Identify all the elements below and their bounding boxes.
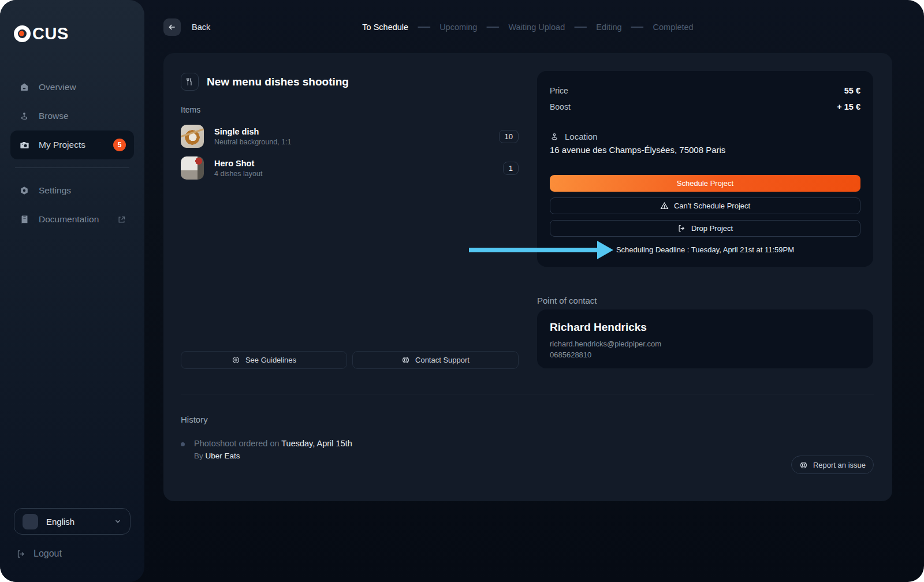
contact-support-label: Contact Support [415,356,470,364]
step-separator [418,27,430,28]
logo-text: CUS [32,25,69,42]
exit-icon [677,224,686,233]
item-name: Hero Shot [214,159,262,168]
lifebuoy-icon [799,461,808,469]
location-label: Location [565,132,598,141]
step-editing[interactable]: Editing [596,23,621,32]
location-pin-icon [550,132,559,141]
language-flag [23,514,38,529]
step-separator [574,27,587,28]
items-section-label: Items [181,105,200,114]
project-title: New menu dishes shooting [207,76,349,88]
location-address: 16 avenue des Champs-Élysées, 75008 Pari… [550,145,725,155]
item-thumbnail [181,125,204,148]
sidebar-item-my-projects[interactable]: My Projects 5 [10,130,134,159]
contact-phone: 0685628810 [550,350,860,359]
topbar: Back To Schedule Upcoming Waiting Upload… [163,18,892,36]
home-icon [18,82,30,92]
projects-count-badge: 5 [113,139,126,151]
contact-name: Richard Hendricks [550,321,860,334]
step-upcoming[interactable]: Upcoming [439,23,477,32]
summary-panel: Price 55 € Boost + 15 € Location 16 aven… [537,71,873,267]
history-event-text: Photoshoot ordered on [194,439,281,448]
book-icon [18,215,30,225]
cant-schedule-project-label: Can’t Schedule Project [674,202,750,210]
scheduling-deadline-text: Scheduling Deadline : Tuesday, April 21s… [537,245,873,254]
logout-icon [16,549,26,559]
sidebar-item-label: Overview [39,82,76,92]
sidebar-item-label: Documentation [39,214,99,225]
cant-schedule-project-button[interactable]: Can’t Schedule Project [550,197,860,214]
see-guidelines-label: See Guidelines [245,356,296,364]
point-of-contact-label: Point of contact [537,296,597,305]
chevron-down-icon [114,517,122,525]
schedule-project-label: Schedule Project [677,179,733,188]
item-thumbnail [181,156,204,180]
history-section-label: History [181,415,208,424]
language-label: English [46,517,74,527]
drop-project-button[interactable]: Drop Project [550,220,860,237]
project-header: New menu dishes shooting [181,73,349,91]
camera-icon [18,140,30,151]
back-button[interactable] [163,18,181,36]
sidebar-item-label: Settings [39,185,71,196]
item-row-hero-shot[interactable]: Hero Shot 4 dishes layout 1 [181,156,519,180]
contact-email: richard.hendricks@piedpiper.com [550,339,860,348]
sidebar-item-label: Browse [39,111,69,121]
history-by-value: Uber Eats [206,452,240,460]
sidebar-item-documentation[interactable]: Documentation [10,205,134,234]
lifebuoy-icon [401,356,410,364]
language-selector[interactable]: English [14,508,131,535]
step-completed[interactable]: Completed [653,23,694,32]
item-name: Single dish [214,127,291,136]
boost-label: Boost [550,102,571,111]
history-event-date: Tuesday, April 15th [281,439,352,448]
browse-icon [18,111,30,121]
project-card: New menu dishes shooting Items Single di… [163,53,892,501]
eye-icon [232,356,240,364]
price-label: Price [550,86,568,95]
item-row-single-dish[interactable]: Single dish Neutral background, 1:1 10 [181,125,519,148]
history-entry: Photoshoot ordered on Tuesday, April 15t… [181,439,352,460]
ocus-logo: CUS [14,24,144,43]
utensils-icon [181,73,199,91]
report-issue-label: Report an issue [813,461,866,469]
sidebar-nav: Overview Browse My Projects 5 Se [0,73,144,234]
step-to-schedule[interactable]: To Schedule [362,23,408,32]
app-window: CUS Overview Browse My Projects 5 [0,0,924,582]
sidebar-item-settings[interactable]: Settings [10,176,134,205]
step-waiting-upload[interactable]: Waiting Upload [508,23,565,32]
warning-icon [660,202,669,210]
sidebar-divider [15,167,129,168]
item-description: 4 dishes layout [214,170,262,178]
item-description: Neutral background, 1:1 [214,138,291,146]
see-guidelines-button[interactable]: See Guidelines [181,351,347,369]
item-quantity-badge: 1 [503,162,519,175]
logout-button[interactable]: Logout [14,549,131,559]
history-divider [181,394,874,394]
sidebar-item-label: My Projects [39,140,85,150]
logout-label: Logout [33,549,62,559]
sidebar-item-overview[interactable]: Overview [10,73,134,102]
logo-o-icon [14,25,31,42]
item-quantity-badge: 10 [499,130,519,143]
arrow-left-icon [167,23,177,32]
gear-icon [18,185,30,196]
report-issue-button[interactable]: Report an issue [791,456,874,474]
contact-panel: Richard Hendricks richard.hendricks@pied… [537,309,873,368]
external-link-icon [117,215,126,224]
bullet-icon [181,442,185,446]
step-separator [631,27,644,28]
sidebar: CUS Overview Browse My Projects 5 [0,0,144,582]
schedule-project-button[interactable]: Schedule Project [550,175,860,192]
boost-value: + 15 € [837,102,860,111]
step-separator [486,27,499,28]
back-label: Back [192,23,210,32]
history-by-label: By [194,452,206,460]
price-value: 55 € [844,86,860,95]
drop-project-label: Drop Project [691,224,733,233]
sidebar-item-browse[interactable]: Browse [10,102,134,130]
status-stepper: To Schedule Upcoming Waiting Upload Edit… [362,23,693,32]
contact-support-button[interactable]: Contact Support [352,351,519,369]
